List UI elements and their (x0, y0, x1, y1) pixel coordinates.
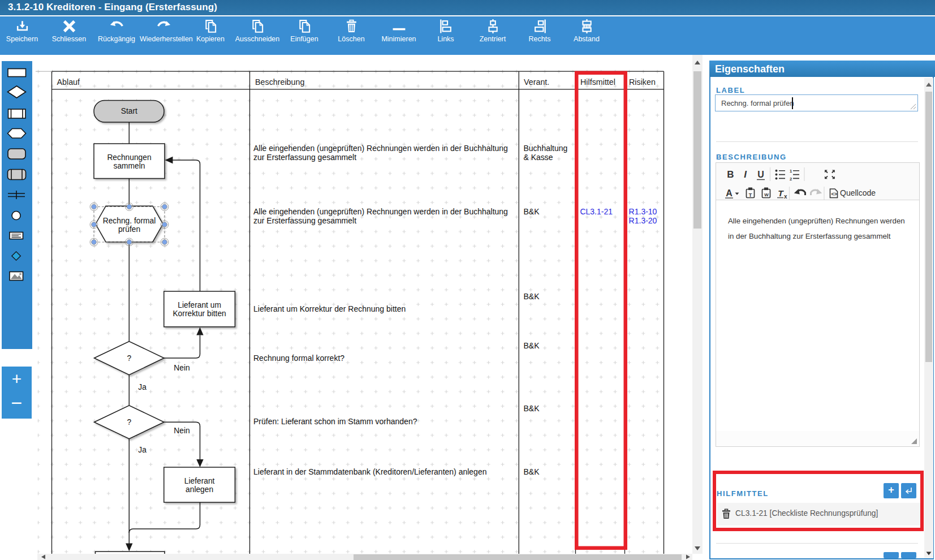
svg-text:A: A (726, 188, 733, 198)
svg-text:CL3.1-21: CL3.1-21 (580, 207, 613, 216)
svg-text:x: x (784, 193, 787, 200)
svg-text:sammeln: sammeln (114, 162, 145, 170)
svg-text:1: 1 (790, 169, 792, 174)
svg-text:B&K: B&K (524, 207, 540, 216)
svg-text:zur Ersterfassung gesammelt: zur Ersterfassung gesammelt (253, 216, 356, 225)
svg-text:2: 2 (790, 176, 792, 182)
svg-text:Lieferant in der Stammdatenban: Lieferant in der Stammdatenbank (Kredito… (253, 467, 486, 476)
svg-text:zur Ersterfassung gesammelt: zur Ersterfassung gesammelt (253, 153, 356, 162)
svg-text:Rechnung formal korrekt?: Rechnung formal korrekt? (253, 354, 344, 363)
svg-text:prüfen: prüfen (118, 225, 140, 234)
svg-text:I: I (744, 169, 747, 180)
svg-text:Ablauf: Ablauf (57, 77, 80, 87)
svg-text:Nein: Nein (174, 364, 189, 372)
svg-text:& Kasse: & Kasse (524, 153, 553, 162)
svg-text:Lieferant um: Lieferant um (178, 301, 221, 309)
svg-text:Nein: Nein (174, 427, 189, 435)
svg-text:R1.3-20: R1.3-20 (629, 216, 657, 225)
svg-text:Buchhaltung: Buchhaltung (524, 144, 568, 153)
svg-text:Alle eingehenden (ungeprüften): Alle eingehenden (ungeprüften) Rechnunge… (253, 144, 508, 153)
svg-text:Alle eingehenden (ungeprüften): Alle eingehenden (ungeprüften) Rechnunge… (253, 207, 508, 216)
svg-text:W: W (764, 192, 769, 197)
svg-text:B&K: B&K (524, 341, 540, 350)
svg-text:B&K: B&K (524, 467, 540, 476)
svg-text:anlegen: anlegen (186, 485, 213, 494)
svg-text:Beschreibung: Beschreibung (255, 77, 304, 87)
svg-text:U: U (757, 170, 764, 179)
svg-text:Quellcode: Quellcode (840, 188, 876, 197)
svg-text:Start: Start (121, 107, 137, 115)
svg-text:R1.3-10: R1.3-10 (629, 207, 657, 216)
svg-text:Lieferant: Lieferant (184, 477, 215, 485)
svg-text:?: ? (127, 418, 131, 427)
svg-text:Lieferant um Korrektur der Rec: Lieferant um Korrektur der Rechnung bitt… (253, 304, 406, 313)
svg-text:Hilfsmittel: Hilfsmittel (580, 77, 615, 87)
svg-text:Rechng. formal: Rechng. formal (103, 217, 156, 225)
svg-text:Ja: Ja (138, 446, 147, 454)
svg-text:Prüfen: Lieferant schon im Sta: Prüfen: Lieferant schon im Stamm vorhand… (253, 417, 417, 426)
svg-text:B&K: B&K (524, 404, 540, 413)
svg-text:B&K: B&K (524, 292, 540, 301)
svg-text:Risiken: Risiken (629, 77, 656, 87)
svg-text:Korrektur bitten: Korrektur bitten (173, 309, 226, 318)
svg-text:<>: <> (831, 191, 838, 197)
svg-text:B: B (727, 169, 734, 180)
svg-text:T: T (778, 188, 784, 198)
svg-text:T: T (749, 192, 752, 198)
svg-text:Rechnungen: Rechnungen (107, 153, 151, 162)
svg-text:?: ? (127, 354, 131, 363)
svg-text:Ja: Ja (138, 383, 147, 391)
svg-text:Verant.: Verant. (524, 77, 549, 87)
